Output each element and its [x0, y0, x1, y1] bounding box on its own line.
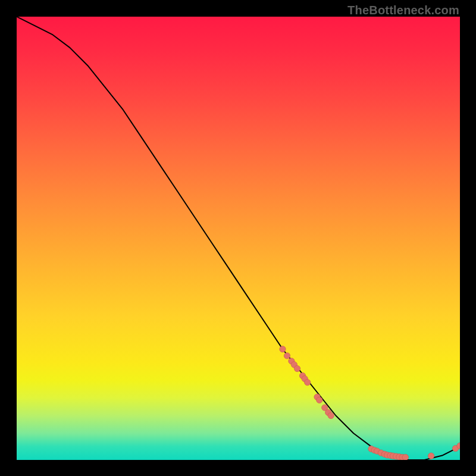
scatter-points-group: [280, 346, 460, 460]
data-point: [305, 379, 311, 385]
watermark-text: TheBottleneck.com: [347, 4, 459, 17]
data-point: [317, 397, 322, 403]
bottleneck-curve: [17, 17, 460, 460]
data-point: [328, 412, 334, 418]
chart-plot-area: [17, 17, 460, 460]
data-point: [294, 365, 300, 371]
chart-svg: [17, 17, 460, 460]
data-point: [402, 454, 408, 460]
data-point: [280, 346, 286, 352]
data-point: [428, 453, 434, 459]
data-point: [284, 353, 290, 359]
